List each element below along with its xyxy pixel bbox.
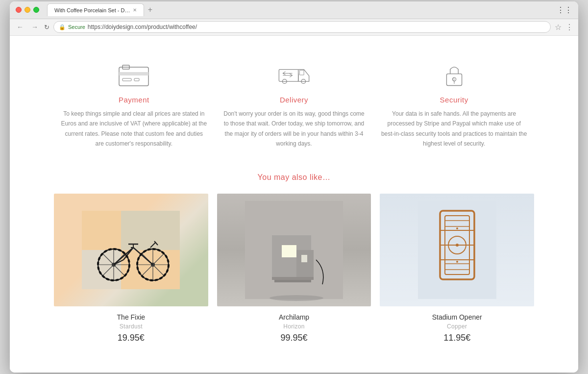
product-price-fixie: 19.95€ <box>54 333 208 343</box>
address-field[interactable]: 🔒 Secure https://doiydesign.com/product/… <box>53 21 551 33</box>
tab-bar: With Coffee Porcelain Set - D… ✕ + <box>47 3 553 16</box>
features-section: Payment To keep things simple and clear … <box>24 50 564 159</box>
svg-rect-3 <box>134 78 139 81</box>
payment-title: Payment <box>119 96 149 104</box>
product-variant-stadium: Copper <box>380 323 534 330</box>
window-menu-icon[interactable]: ⋮⋮ <box>557 5 572 15</box>
also-like-section: You may also like… <box>24 158 564 353</box>
svg-rect-2 <box>122 78 131 81</box>
archilamp-illustration <box>217 194 371 306</box>
tab-close-icon[interactable]: ✕ <box>133 7 137 13</box>
svg-rect-45 <box>301 255 307 262</box>
product-name-archilamp: Archilamp <box>217 313 371 321</box>
products-grid: The Fixie Stardust 19.95€ <box>54 194 534 343</box>
close-button[interactable] <box>16 7 22 13</box>
browser-window: With Coffee Porcelain Set - D… ✕ + ⋮⋮ ← … <box>10 1 578 373</box>
svg-rect-46 <box>272 277 314 280</box>
more-options-icon[interactable]: ⋮ <box>565 23 573 32</box>
svg-rect-0 <box>119 67 148 86</box>
fixie-illustration <box>54 194 208 306</box>
payment-feature: Payment To keep things simple and clear … <box>60 60 207 149</box>
url-text: https://doiydesign.com/product/withcoffe… <box>88 24 197 30</box>
svg-point-56 <box>456 244 459 247</box>
payment-desc: To keep things simple and clear all pric… <box>60 109 207 149</box>
svg-rect-47 <box>274 280 311 282</box>
product-name-fixie: The Fixie <box>54 313 208 321</box>
security-title: Security <box>440 96 468 104</box>
title-bar: With Coffee Porcelain Set - D… ✕ + ⋮⋮ <box>10 1 578 19</box>
product-card-archilamp[interactable]: Archilamp Horizon 99.95€ <box>217 194 371 343</box>
security-desc: Your data is in safe hands. All the paym… <box>381 109 528 149</box>
svg-point-59 <box>456 227 458 229</box>
secure-label: Secure <box>68 24 85 30</box>
delivery-feature: Delivery Don't worry your order is on it… <box>220 60 368 149</box>
address-bar: ← → ↻ 🔒 Secure https://doiydesign.com/pr… <box>10 19 578 36</box>
delivery-desc: Don't worry your order is on its way, go… <box>220 109 368 149</box>
delivery-icon <box>277 60 311 90</box>
product-image-stadium <box>380 194 534 306</box>
maximize-button[interactable] <box>33 7 39 13</box>
product-variant-fixie: Stardust <box>54 323 208 330</box>
product-price-archilamp: 99.95€ <box>217 333 371 343</box>
product-card-fixie[interactable]: The Fixie Stardust 19.95€ <box>54 194 208 343</box>
forward-button[interactable]: → <box>29 22 40 32</box>
product-image-fixie <box>54 194 208 306</box>
payment-icon <box>117 60 151 90</box>
security-icon: 0 <box>437 60 471 90</box>
svg-rect-44 <box>296 250 314 279</box>
bookmark-icon[interactable]: ☆ <box>555 23 562 32</box>
page-content: Payment To keep things simple and clear … <box>10 36 578 373</box>
svg-point-60 <box>456 261 458 263</box>
product-price-stadium: 11.95€ <box>380 333 534 343</box>
svg-point-48 <box>270 295 323 301</box>
stadium-illustration <box>380 194 534 306</box>
svg-text:0: 0 <box>453 77 455 81</box>
product-variant-archilamp: Horizon <box>217 323 371 330</box>
reload-button[interactable]: ↻ <box>44 24 49 31</box>
product-image-archilamp <box>217 194 371 306</box>
minimize-button[interactable] <box>24 7 30 13</box>
active-tab[interactable]: With Coffee Porcelain Set - D… ✕ <box>47 3 144 16</box>
svg-rect-1 <box>119 72 148 75</box>
new-tab-button[interactable]: + <box>144 4 156 16</box>
product-card-stadium[interactable]: Stadium Opener Copper 11.95€ <box>380 194 534 343</box>
product-name-stadium: Stadium Opener <box>380 313 534 321</box>
svg-rect-43 <box>282 245 296 257</box>
tab-title: With Coffee Porcelain Set - D… <box>54 7 130 13</box>
lock-icon: 🔒 <box>59 24 66 30</box>
security-feature: 0 Security Your data is in safe hands. A… <box>381 60 528 149</box>
traffic-lights <box>16 7 39 13</box>
delivery-title: Delivery <box>280 96 308 104</box>
back-button[interactable]: ← <box>15 22 25 32</box>
also-like-title: You may also like… <box>54 173 534 182</box>
